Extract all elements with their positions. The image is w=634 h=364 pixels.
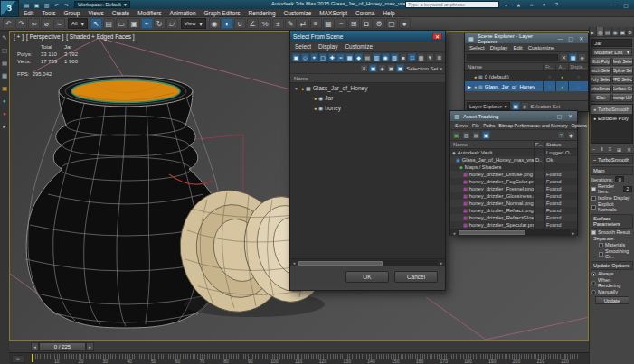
menu-corona[interactable]: Corona	[355, 10, 374, 16]
display-icon[interactable]: ○	[568, 71, 588, 81]
tab-utilities[interactable]: ⚙	[627, 27, 634, 36]
menu-customize[interactable]: Customize	[284, 10, 312, 16]
tab-motion[interactable]: ◉	[612, 27, 620, 36]
at-col-0[interactable]: Name	[450, 142, 534, 147]
render-iters-checkbox[interactable]	[591, 187, 596, 191]
menu-group[interactable]: Group	[63, 10, 80, 16]
modifier-button-surface-sel[interactable]: Surface Sel	[612, 85, 633, 93]
at-column-headers[interactable]: NameF...Status	[450, 141, 577, 149]
sx-column-headers[interactable]: NameFr...A...Displa...	[465, 63, 588, 71]
named-selection-icon[interactable]: ✎	[285, 18, 297, 29]
menu-maxscript[interactable]: MAXScript	[319, 10, 347, 16]
save-file-icon[interactable]: ▥	[42, 1, 52, 8]
redo-quick-icon[interactable]: ↷	[62, 1, 71, 8]
radio-icon[interactable]	[591, 281, 596, 285]
time-slider-thumb[interactable]: ◂ 0 / 225 ▸	[31, 342, 94, 351]
scroll-left-icon[interactable]: ◂	[290, 259, 298, 266]
sx-selection-set-label[interactable]: Selection Set	[531, 104, 560, 109]
layer-row-0-default-[interactable]: ●▦0 (default)○●○	[465, 71, 588, 81]
redo-icon[interactable]: ↷	[15, 18, 27, 29]
modifier-button-mesh-select[interactable]: Mesh Select	[612, 58, 633, 66]
layer-manager-icon[interactable]: ▦	[323, 18, 335, 29]
maximize-icon[interactable]: ▢	[567, 35, 575, 42]
bulb-icon[interactable]: ●	[314, 106, 317, 111]
minimize-icon[interactable]: —	[556, 35, 564, 42]
display-geometry-icon[interactable]: ▣	[292, 53, 300, 61]
expand-arrow-icon[interactable]: ▼	[294, 86, 299, 91]
menu-edit[interactable]: Edit	[24, 10, 33, 16]
help-icon[interactable]: ?	[552, 1, 562, 8]
menu-views[interactable]: Views	[88, 10, 103, 16]
mini-curve-editor-button[interactable]: ≈	[12, 355, 24, 363]
communication-icon[interactable]: ●	[539, 1, 549, 8]
sx-menu-display[interactable]: Display	[490, 45, 508, 51]
select-by-name-icon[interactable]: ▤	[103, 18, 115, 29]
object-name-field[interactable]: Jar	[591, 39, 632, 47]
filter-icon[interactable]: ▼	[426, 53, 434, 61]
previous-frame-icon[interactable]: ◂	[31, 342, 39, 351]
help-icon[interactable]: ?	[557, 131, 565, 139]
stack-item-editable-poly[interactable]: ●Editable Poly	[591, 114, 632, 123]
sfs-menu-select[interactable]: Select	[295, 43, 311, 50]
sfs-menu-customize[interactable]: Customize	[345, 43, 373, 50]
close-icon[interactable]: ✕	[577, 35, 585, 42]
select-move-icon[interactable]: +	[141, 18, 153, 29]
frame-zero-marker[interactable]	[32, 354, 33, 362]
display-frozen-icon[interactable]: ▨	[391, 53, 399, 61]
menu-tools[interactable]: Tools	[42, 10, 55, 16]
home-icon[interactable]: ⌂	[526, 1, 536, 8]
layer-row-glass_jar_of_honey[interactable]: ▶●▦Glass_Jar_of_Honey○●○	[465, 81, 588, 91]
ok-button[interactable]: OK	[345, 271, 389, 283]
minimize-icon[interactable]: —	[544, 113, 553, 120]
document-icon[interactable]: ▤	[1, 59, 9, 67]
display-containers-icon[interactable]: ▥	[373, 53, 381, 61]
selection-set-label[interactable]: Selection Set	[406, 66, 438, 71]
smoothing-groups-checkbox[interactable]	[599, 252, 603, 257]
display-hidden-icon[interactable]: ■	[400, 53, 408, 61]
display-helpers-icon[interactable]: ✚	[328, 53, 336, 61]
show-end-result-icon[interactable]: ‖	[601, 146, 602, 152]
menu-modifiers[interactable]: Modifiers	[137, 10, 161, 16]
bulb-icon[interactable]: ●	[314, 96, 317, 101]
materials-checkbox[interactable]	[599, 243, 603, 247]
align-icon[interactable]: ≡	[310, 18, 322, 29]
close-icon[interactable]: ✕	[432, 33, 442, 40]
frozen-icon[interactable]: ○	[543, 71, 555, 81]
display-icon[interactable]: ○	[568, 81, 588, 91]
bulb-icon[interactable]: ●	[301, 86, 304, 91]
column-chooser-icon[interactable]: ≣	[435, 53, 443, 61]
clear-search-icon[interactable]: ✕	[560, 53, 568, 61]
sx-menu-select[interactable]: Select	[469, 45, 485, 51]
at-menu-bitmap-performance-and-memory[interactable]: Bitmap Performance and Memory	[498, 123, 567, 128]
asset-row[interactable]: ▦honey_drizzler_Normal.pngFound	[450, 200, 577, 207]
snaps-toggle-icon[interactable]: ∪	[234, 18, 246, 29]
menu-graph-editors[interactable]: Graph Editors	[204, 10, 241, 16]
update-button[interactable]: Update	[595, 296, 629, 304]
radio-when-rendering[interactable]: When Rendering	[591, 277, 632, 288]
stack-item-turbosmooth[interactable]: ●TurboSmooth	[591, 105, 632, 114]
menu-animation[interactable]: Animation	[170, 10, 196, 16]
brush-icon[interactable]: ✎	[1, 33, 9, 42]
undo-quick-icon[interactable]: ↶	[52, 1, 62, 8]
material-editor-icon[interactable]: ◘	[361, 18, 373, 29]
bulb-icon[interactable]: ●	[474, 74, 477, 79]
red-dot-icon[interactable]: ●	[1, 109, 9, 117]
radio-icon[interactable]	[591, 290, 596, 294]
radio-always[interactable]: Always	[591, 271, 632, 276]
scroll-left-icon[interactable]: ◂	[450, 229, 458, 237]
menu-help[interactable]: Help	[383, 10, 394, 16]
modifier-button-spline-sel[interactable]: Spline Sel	[612, 67, 633, 75]
asset-row[interactable]: ▦honey_drizzler_Specular.pngFound	[450, 221, 577, 229]
viewport-nav-menu[interactable]: [ + ]	[14, 33, 24, 40]
cancel-button[interactable]: Cancel	[394, 271, 438, 283]
at-menu-file[interactable]: File	[472, 123, 479, 128]
tree-item-jar[interactable]: ●◉Jar	[290, 93, 445, 103]
display-lights-icon[interactable]: ✦	[310, 53, 318, 61]
display-shapes-icon[interactable]: ◇	[301, 53, 309, 61]
maximize-icon[interactable]: ▢	[555, 113, 563, 120]
sfs-menu-display[interactable]: Display	[318, 43, 337, 50]
at-col-2[interactable]: Status	[544, 142, 577, 147]
workspace-dropdown[interactable]: Workspace: Default ▾	[74, 1, 130, 8]
asset-row[interactable]: ▦honey_drizzler_Diffuse.pngFound	[450, 171, 577, 178]
layers-icon[interactable]: ▦	[1, 71, 9, 79]
